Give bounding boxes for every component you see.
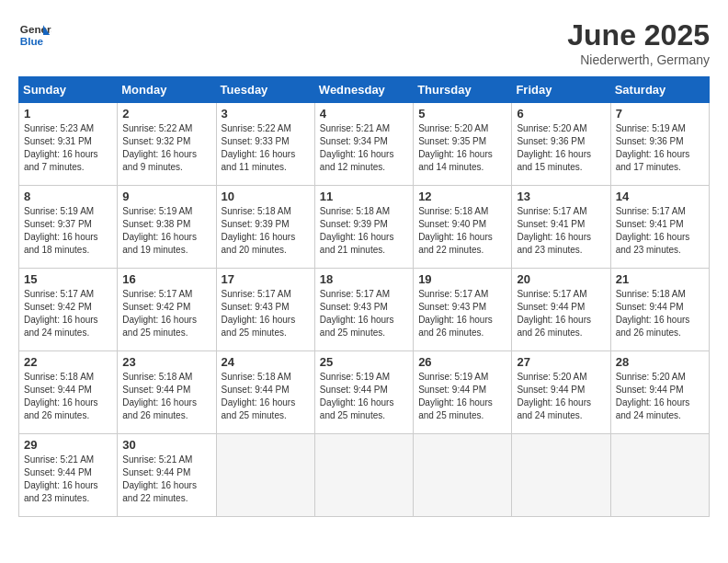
weekday-header: Monday [118,77,216,103]
weekday-header: Friday [512,77,610,103]
calendar-day: 5 Sunrise: 5:20 AM Sunset: 9:35 PM Dayli… [414,103,512,186]
day-detail: Sunrise: 5:17 AM Sunset: 9:41 PM Dayligh… [517,205,605,257]
calendar-day: 16 Sunrise: 5:17 AM Sunset: 9:42 PM Dayl… [118,269,216,351]
day-detail: Sunrise: 5:17 AM Sunset: 9:43 PM Dayligh… [222,288,310,339]
calendar-day: 15 Sunrise: 5:17 AM Sunset: 9:42 PM Dayl… [19,269,118,351]
page-header: General Blue June 2025 Niederwerth, Germ… [18,18,710,67]
day-detail: Sunrise: 5:18 AM Sunset: 9:44 PM Dayligh… [122,371,210,422]
day-number: 10 [222,190,310,203]
day-number: 1 [24,107,112,121]
day-number: 24 [222,355,310,369]
day-detail: Sunrise: 5:23 AM Sunset: 9:31 PM Dayligh… [24,122,112,174]
calendar-day [610,434,709,517]
day-number: 13 [517,190,605,203]
weekday-header: Sunday [19,77,118,103]
calendar-day: 6 Sunrise: 5:20 AM Sunset: 9:36 PM Dayli… [512,103,610,186]
calendar-day: 21 Sunrise: 5:18 AM Sunset: 9:44 PM Dayl… [610,269,709,351]
day-number: 16 [122,272,210,286]
day-number: 6 [517,107,605,121]
day-number: 17 [222,272,310,286]
calendar-day: 22 Sunrise: 5:18 AM Sunset: 9:44 PM Dayl… [19,351,118,434]
calendar-table: SundayMondayTuesdayWednesdayThursdayFrid… [18,76,710,517]
logo-icon: General Blue [18,18,51,52]
weekday-header: Saturday [610,77,709,103]
calendar-day: 26 Sunrise: 5:19 AM Sunset: 9:44 PM Dayl… [414,351,512,434]
day-number: 26 [418,355,506,369]
day-number: 30 [122,438,210,452]
day-detail: Sunrise: 5:18 AM Sunset: 9:44 PM Dayligh… [24,371,112,422]
calendar-day: 29 Sunrise: 5:21 AM Sunset: 9:44 PM Dayl… [19,434,118,517]
calendar-day [414,434,512,517]
day-number: 9 [122,190,210,203]
day-detail: Sunrise: 5:21 AM Sunset: 9:44 PM Dayligh… [122,454,210,505]
calendar-day: 1 Sunrise: 5:23 AM Sunset: 9:31 PM Dayli… [19,103,118,186]
day-detail: Sunrise: 5:21 AM Sunset: 9:44 PM Dayligh… [24,454,112,505]
day-detail: Sunrise: 5:19 AM Sunset: 9:38 PM Dayligh… [122,205,210,257]
day-number: 8 [24,190,112,203]
day-detail: Sunrise: 5:19 AM Sunset: 9:36 PM Dayligh… [616,122,704,174]
calendar-day: 17 Sunrise: 5:17 AM Sunset: 9:43 PM Dayl… [216,269,314,351]
day-detail: Sunrise: 5:17 AM Sunset: 9:43 PM Dayligh… [320,288,408,339]
calendar-day [314,434,413,517]
weekday-header: Wednesday [314,77,413,103]
day-detail: Sunrise: 5:18 AM Sunset: 9:44 PM Dayligh… [222,371,310,422]
day-number: 7 [616,107,704,121]
day-number: 15 [24,272,112,286]
day-detail: Sunrise: 5:18 AM Sunset: 9:39 PM Dayligh… [222,205,310,257]
day-detail: Sunrise: 5:17 AM Sunset: 9:41 PM Dayligh… [616,205,704,257]
header-row: SundayMondayTuesdayWednesdayThursdayFrid… [19,77,710,103]
day-number: 19 [418,272,506,286]
day-detail: Sunrise: 5:20 AM Sunset: 9:44 PM Dayligh… [616,371,704,422]
calendar-day: 28 Sunrise: 5:20 AM Sunset: 9:44 PM Dayl… [610,351,709,434]
day-detail: Sunrise: 5:17 AM Sunset: 9:44 PM Dayligh… [517,288,605,339]
day-detail: Sunrise: 5:18 AM Sunset: 9:44 PM Dayligh… [616,288,704,339]
calendar-day: 8 Sunrise: 5:19 AM Sunset: 9:37 PM Dayli… [19,186,118,269]
day-number: 29 [24,438,112,452]
calendar-day: 7 Sunrise: 5:19 AM Sunset: 9:36 PM Dayli… [610,103,709,186]
svg-text:Blue: Blue [20,35,44,47]
day-detail: Sunrise: 5:20 AM Sunset: 9:35 PM Dayligh… [418,122,506,174]
calendar-day: 23 Sunrise: 5:18 AM Sunset: 9:44 PM Dayl… [118,351,216,434]
logo: General Blue [18,18,51,52]
title-block: June 2025 Niederwerth, Germany [567,18,710,67]
calendar-day: 2 Sunrise: 5:22 AM Sunset: 9:32 PM Dayli… [118,103,216,186]
day-detail: Sunrise: 5:19 AM Sunset: 9:37 PM Dayligh… [24,205,112,257]
day-number: 11 [320,190,408,203]
calendar-day: 4 Sunrise: 5:21 AM Sunset: 9:34 PM Dayli… [314,103,413,186]
day-detail: Sunrise: 5:21 AM Sunset: 9:34 PM Dayligh… [320,122,408,174]
day-number: 25 [320,355,408,369]
day-number: 5 [418,107,506,121]
day-detail: Sunrise: 5:17 AM Sunset: 9:43 PM Dayligh… [418,288,506,339]
calendar-day: 9 Sunrise: 5:19 AM Sunset: 9:38 PM Dayli… [118,186,216,269]
day-number: 12 [418,190,506,203]
day-detail: Sunrise: 5:20 AM Sunset: 9:44 PM Dayligh… [517,371,605,422]
calendar-day: 14 Sunrise: 5:17 AM Sunset: 9:41 PM Dayl… [610,186,709,269]
calendar-week-row: 1 Sunrise: 5:23 AM Sunset: 9:31 PM Dayli… [19,103,710,186]
calendar-day [512,434,610,517]
weekday-header: Tuesday [216,77,314,103]
calendar-day: 3 Sunrise: 5:22 AM Sunset: 9:33 PM Dayli… [216,103,314,186]
calendar-day: 24 Sunrise: 5:18 AM Sunset: 9:44 PM Dayl… [216,351,314,434]
calendar-day: 12 Sunrise: 5:18 AM Sunset: 9:40 PM Dayl… [414,186,512,269]
calendar-day: 19 Sunrise: 5:17 AM Sunset: 9:43 PM Dayl… [414,269,512,351]
day-number: 18 [320,272,408,286]
day-number: 28 [616,355,704,369]
calendar-week-row: 15 Sunrise: 5:17 AM Sunset: 9:42 PM Dayl… [19,269,710,351]
day-detail: Sunrise: 5:20 AM Sunset: 9:36 PM Dayligh… [517,122,605,174]
day-number: 2 [122,107,210,121]
day-number: 3 [222,107,310,121]
day-number: 14 [616,190,704,203]
calendar-day: 13 Sunrise: 5:17 AM Sunset: 9:41 PM Dayl… [512,186,610,269]
day-number: 20 [517,272,605,286]
calendar-day: 25 Sunrise: 5:19 AM Sunset: 9:44 PM Dayl… [314,351,413,434]
calendar-day: 11 Sunrise: 5:18 AM Sunset: 9:39 PM Dayl… [314,186,413,269]
calendar-week-row: 8 Sunrise: 5:19 AM Sunset: 9:37 PM Dayli… [19,186,710,269]
calendar-day: 18 Sunrise: 5:17 AM Sunset: 9:43 PM Dayl… [314,269,413,351]
day-detail: Sunrise: 5:22 AM Sunset: 9:33 PM Dayligh… [222,122,310,174]
day-number: 27 [517,355,605,369]
location: Niederwerth, Germany [567,52,710,67]
day-detail: Sunrise: 5:19 AM Sunset: 9:44 PM Dayligh… [418,371,506,422]
day-number: 21 [616,272,704,286]
calendar-day: 20 Sunrise: 5:17 AM Sunset: 9:44 PM Dayl… [512,269,610,351]
calendar-week-row: 29 Sunrise: 5:21 AM Sunset: 9:44 PM Dayl… [19,434,710,517]
